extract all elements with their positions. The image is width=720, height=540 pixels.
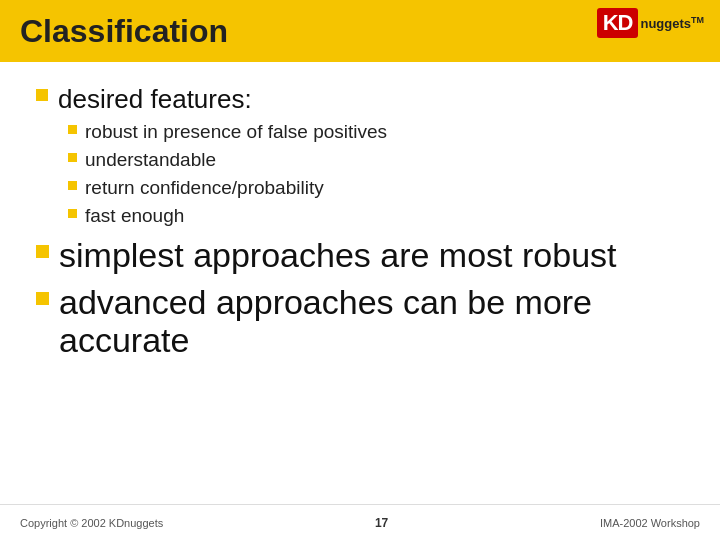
logo-tm: TM bbox=[691, 15, 704, 25]
bullet-square-icon bbox=[36, 292, 49, 305]
bullet-square-icon bbox=[68, 125, 77, 134]
list-item: advanced approaches can be more accurate bbox=[36, 284, 684, 359]
bullet-square-icon bbox=[68, 209, 77, 218]
list-item: simplest approaches are most robust bbox=[36, 237, 684, 274]
logo-kd: KD bbox=[597, 8, 639, 38]
desired-features-label: desired features: bbox=[58, 84, 252, 115]
bullet-square-icon bbox=[68, 181, 77, 190]
large-bullet-text: simplest approaches are most robust bbox=[59, 237, 616, 274]
list-item: understandable bbox=[68, 149, 684, 171]
slide-content: desired features: robust in presence of … bbox=[0, 62, 720, 377]
header-bar: Classification KD nuggetsTM bbox=[0, 0, 720, 62]
logo-container: KD nuggetsTM bbox=[597, 8, 704, 38]
bullet-square-icon bbox=[36, 245, 49, 258]
copyright-text: Copyright © 2002 KDnuggets bbox=[20, 517, 163, 529]
list-item: robust in presence of false positives bbox=[68, 121, 684, 143]
list-item: fast enough bbox=[68, 205, 684, 227]
page-number: 17 bbox=[375, 516, 388, 530]
bullet-square-icon bbox=[36, 89, 48, 101]
sub-bullet-text: fast enough bbox=[85, 205, 184, 227]
bullet-square-icon bbox=[68, 153, 77, 162]
event-text: IMA-2002 Workshop bbox=[600, 517, 700, 529]
logo-nuggets: nuggetsTM bbox=[640, 15, 704, 31]
sub-bullet-text: return confidence/probability bbox=[85, 177, 324, 199]
large-bullet-text: advanced approaches can be more accurate bbox=[59, 284, 684, 359]
sub-bullets-list: robust in presence of false positives un… bbox=[68, 121, 684, 227]
desired-features-item: desired features: bbox=[36, 84, 684, 115]
sub-bullet-text: understandable bbox=[85, 149, 216, 171]
sub-bullet-text: robust in presence of false positives bbox=[85, 121, 387, 143]
list-item: return confidence/probability bbox=[68, 177, 684, 199]
slide-title: Classification bbox=[20, 13, 228, 50]
footer-bar: Copyright © 2002 KDnuggets 17 IMA-2002 W… bbox=[0, 504, 720, 540]
